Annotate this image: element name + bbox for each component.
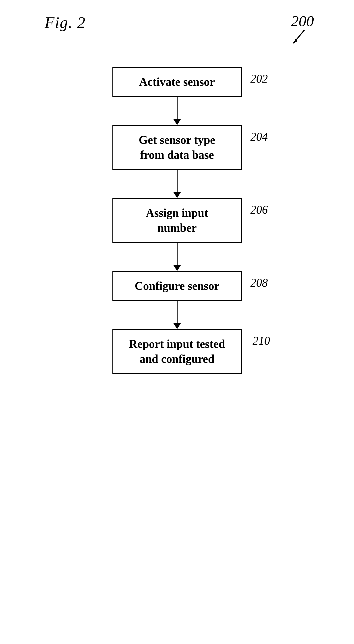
configure-sensor-box: Configure sensor 208 [112, 271, 242, 301]
arrow-down-4 [173, 323, 181, 329]
page-container: Fig. 2 200 Activate sensor 202 Get senso… [0, 0, 354, 644]
label-208: 208 [251, 276, 268, 289]
activate-sensor-wrapper: Activate sensor 202 [99, 67, 255, 97]
report-input-wrapper: Report input tested and configured 210 [99, 329, 255, 374]
assign-input-wrapper: Assign input number 206 [99, 198, 255, 243]
activate-sensor-box: Activate sensor 202 [112, 67, 242, 97]
flowchart: Activate sensor 202 Get sensor type from… [99, 67, 255, 374]
label-210: 210 [253, 334, 270, 347]
get-sensor-type-wrapper: Get sensor type from data base 204 [99, 125, 255, 170]
diagram-number: 200 [291, 12, 314, 30]
configure-sensor-wrapper: Configure sensor 208 [99, 271, 255, 301]
connector-4 [173, 301, 181, 329]
diagram-label-200: 200 [289, 12, 312, 48]
connector-3 [173, 243, 181, 271]
figure-title: Fig. 2 [45, 14, 86, 32]
get-sensor-type-text: Get sensor type from data base [122, 132, 232, 162]
assign-input-number-box: Assign input number 206 [112, 198, 242, 243]
assign-input-text: Assign input number [122, 205, 232, 236]
connector-line-1 [177, 97, 178, 119]
label-204: 204 [251, 130, 268, 143]
activate-sensor-text: Activate sensor [122, 74, 232, 90]
connector-line-3 [177, 243, 178, 265]
arrow-down-2 [173, 192, 181, 198]
label-202: 202 [251, 72, 268, 85]
arrow-down-1 [173, 119, 181, 125]
arrow-200-icon [289, 28, 309, 48]
get-sensor-type-box: Get sensor type from data base 204 [112, 125, 242, 170]
label-206: 206 [251, 203, 268, 216]
connector-2 [173, 170, 181, 198]
arrow-down-3 [173, 265, 181, 271]
connector-line-4 [177, 301, 178, 323]
report-input-tested-box: Report input tested and configured 210 [112, 329, 242, 374]
connector-line-2 [177, 170, 178, 192]
report-input-text: Report input tested and configured [122, 336, 232, 366]
configure-sensor-text: Configure sensor [122, 278, 232, 294]
connector-1 [173, 97, 181, 125]
